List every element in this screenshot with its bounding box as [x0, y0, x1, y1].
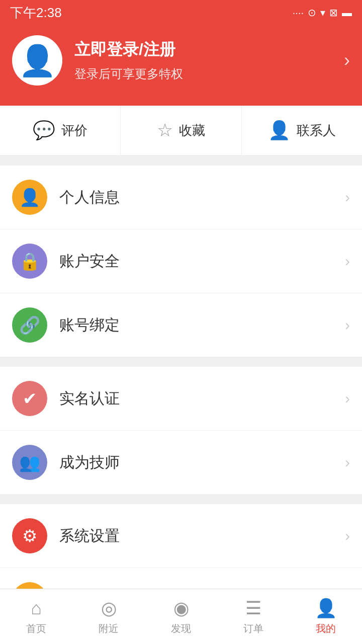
personal-info-icon-bg: 👤	[12, 180, 47, 215]
account-binding-chevron-icon: ›	[345, 316, 350, 334]
personal-info-icon: 👤	[19, 187, 40, 207]
real-name-label: 实名认证	[59, 388, 345, 409]
mine-icon: 👤	[315, 598, 337, 619]
account-binding-label: 账号绑定	[59, 315, 345, 336]
location-icon: ⊙	[308, 7, 316, 19]
account-security-chevron-icon: ›	[345, 253, 350, 270]
real-name-chevron-icon: ›	[345, 390, 350, 407]
login-title: 立即登录/注册	[74, 39, 344, 61]
signal-dots-icon: ····	[293, 7, 304, 19]
menu-section-2: ✔ 实名认证 › 👥 成为技师 ›	[0, 367, 362, 494]
menu-section-1: 👤 个人信息 › 🔒 账户安全 › 🔗 账号绑定 ›	[0, 166, 362, 357]
nearby-icon: ◎	[101, 598, 117, 619]
nav-item-mine[interactable]: 👤 我的	[290, 589, 362, 644]
real-name-icon-bg: ✔	[12, 381, 47, 416]
nav-item-home[interactable]: ⌂ 首页	[0, 589, 72, 644]
menu-item-real-name[interactable]: ✔ 实名认证 ›	[0, 367, 362, 431]
become-technician-icon: 👥	[19, 452, 40, 472]
quick-action-favorite[interactable]: ☆ 收藏	[121, 106, 241, 155]
become-technician-chevron-icon: ›	[345, 454, 350, 471]
menu-item-become-technician[interactable]: 👥 成为技师 ›	[0, 431, 362, 494]
discover-label: 发现	[171, 622, 191, 635]
status-icons: ···· ⊙ ▾ ⊠ ▬	[293, 7, 352, 19]
battery-icon: ▬	[342, 7, 352, 19]
review-icon: 💬	[33, 120, 55, 141]
home-icon: ⌂	[31, 598, 42, 619]
real-name-icon: ✔	[23, 388, 37, 409]
account-security-label: 账户安全	[59, 251, 345, 272]
account-security-icon-bg: 🔒	[12, 244, 47, 279]
account-binding-icon-bg: 🔗	[12, 307, 47, 343]
status-time: 下午2:38	[10, 4, 62, 22]
login-subtitle: 登录后可享更多特权	[74, 66, 344, 82]
menu-item-account-binding[interactable]: 🔗 账号绑定 ›	[0, 293, 362, 357]
personal-info-chevron-icon: ›	[345, 189, 350, 206]
contacts-icon: 👤	[268, 120, 291, 141]
become-technician-label: 成为技师	[59, 452, 345, 473]
menu-item-personal-info[interactable]: 👤 个人信息 ›	[0, 166, 362, 229]
status-bar: 下午2:38 ···· ⊙ ▾ ⊠ ▬	[0, 0, 362, 25]
account-security-icon: 🔒	[19, 251, 40, 271]
quick-action-contacts[interactable]: 👤 联系人	[242, 106, 362, 155]
nav-item-nearby[interactable]: ◎ 附近	[72, 589, 145, 644]
favorite-icon: ☆	[157, 120, 173, 141]
nearby-label: 附近	[99, 622, 119, 635]
bottom-nav: ⌂ 首页 ◎ 附近 ◉ 发现 ☰ 订单 👤 我的	[0, 589, 362, 644]
nav-item-discover[interactable]: ◉ 发现	[145, 589, 217, 644]
section-separator-3	[0, 494, 362, 504]
section-separator-2	[0, 357, 362, 367]
discover-icon: ◉	[173, 598, 189, 619]
system-settings-icon: ⚙	[22, 526, 37, 546]
menu-item-account-security[interactable]: 🔒 账户安全 ›	[0, 229, 362, 293]
system-settings-icon-bg: ⚙	[12, 518, 47, 553]
avatar-person-icon: 👤	[19, 43, 56, 78]
review-label: 评价	[61, 122, 87, 139]
nav-item-orders[interactable]: ☰ 订单	[217, 589, 290, 644]
contacts-label: 联系人	[297, 122, 336, 139]
quick-actions-bar: 💬 评价 ☆ 收藏 👤 联系人	[0, 106, 362, 155]
favorite-label: 收藏	[179, 122, 205, 139]
quick-action-review[interactable]: 💬 评价	[0, 106, 121, 155]
orders-label: 订单	[243, 622, 263, 635]
wifi-icon: ▾	[320, 7, 325, 19]
section-separator-1	[0, 155, 362, 166]
account-binding-icon: 🔗	[19, 315, 40, 335]
system-settings-label: 系统设置	[59, 526, 345, 546]
avatar: 👤	[12, 35, 62, 86]
orders-icon: ☰	[245, 598, 261, 619]
profile-info: 立即登录/注册 登录后可享更多特权	[74, 39, 344, 82]
become-technician-icon-bg: 👥	[12, 445, 47, 480]
menu-item-system-settings[interactable]: ⚙ 系统设置 ›	[0, 504, 362, 568]
system-settings-chevron-icon: ›	[345, 527, 350, 544]
home-label: 首页	[26, 622, 46, 635]
mine-label: 我的	[316, 622, 336, 635]
sim-icon: ⊠	[329, 7, 338, 19]
profile-header[interactable]: 👤 立即登录/注册 登录后可享更多特权 ›	[0, 25, 362, 106]
profile-chevron-icon: ›	[344, 50, 350, 71]
header-section: 🔔 👤 立即登录/注册 登录后可享更多特权 ›	[0, 25, 362, 106]
personal-info-label: 个人信息	[59, 187, 345, 208]
